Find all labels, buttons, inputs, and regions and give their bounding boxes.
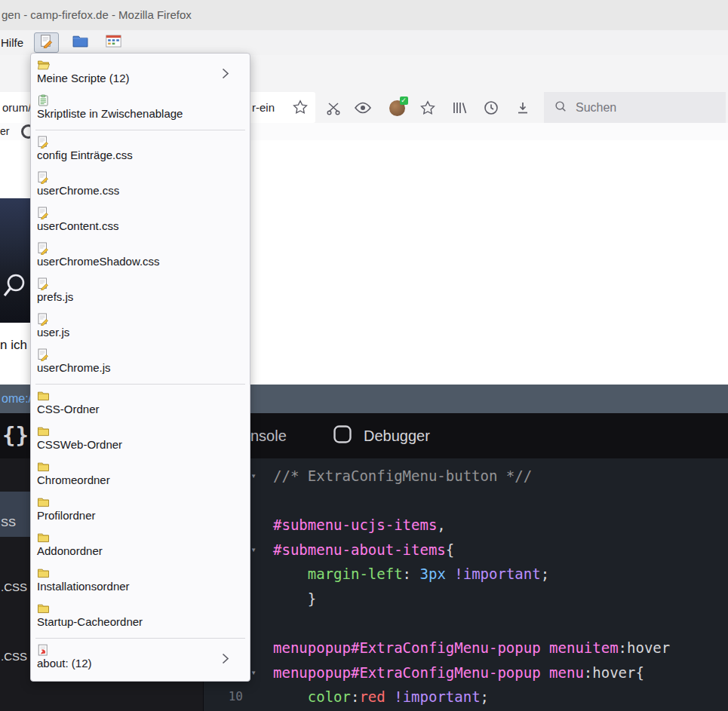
search-bar[interactable] bbox=[544, 92, 726, 123]
menu-item-prefs-js[interactable]: prefs.js bbox=[31, 274, 250, 310]
library-icon[interactable] bbox=[450, 98, 469, 118]
menu-item-installationsordner[interactable]: Installationsordner bbox=[31, 564, 250, 599]
code-token: } bbox=[273, 590, 316, 607]
code-text[interactable]: #submenu-about-items{ bbox=[264, 538, 454, 562]
code-text[interactable]: menupopup#ExtraConfigMenu-popup menuitem… bbox=[264, 636, 670, 660]
code-token bbox=[446, 565, 454, 582]
source-name-fragment[interactable]: .CSS bbox=[1, 581, 27, 593]
page-image bbox=[0, 198, 30, 323]
menu-item-label: user.js bbox=[37, 326, 69, 339]
menubar-item-help[interactable]: Hilfe bbox=[0, 30, 28, 55]
menu-item-usercontent-css[interactable]: userContent.css bbox=[31, 204, 250, 239]
code-text[interactable] bbox=[264, 611, 273, 636]
tab-debugger-label: Debugger bbox=[364, 428, 430, 445]
menu-item-addonordner[interactable]: Addonordner bbox=[31, 529, 250, 564]
menu-item-label: config Einträge.css bbox=[37, 149, 133, 161]
menu-item-userchrome-css[interactable]: userChrome.css bbox=[31, 168, 250, 204]
page-text-fragment: n ich bbox=[0, 338, 27, 353]
folder-icon bbox=[37, 567, 50, 580]
debugger-icon bbox=[332, 424, 353, 449]
downloads-icon[interactable] bbox=[513, 98, 533, 118]
submenu-chevron-icon bbox=[222, 653, 229, 664]
scissors-icon[interactable] bbox=[324, 98, 343, 118]
history-icon[interactable] bbox=[481, 98, 501, 118]
menu-item-about-12[interactable]: about: (12) bbox=[31, 641, 250, 676]
code-token: color bbox=[308, 688, 351, 705]
menu-item-label: prefs.js bbox=[37, 290, 73, 303]
search-icon bbox=[554, 100, 567, 116]
eye-icon[interactable] bbox=[353, 98, 373, 118]
bookmark-star-icon[interactable] bbox=[293, 100, 308, 118]
code-line: 1▾//* ExtraConfigMenu-button *// bbox=[204, 464, 728, 489]
code-token: : bbox=[403, 565, 420, 582]
code-line: 7 bbox=[204, 611, 728, 636]
extraconfig-menu-button[interactable] bbox=[34, 32, 59, 53]
code-line: 3#submenu-ucjs-items, bbox=[204, 513, 728, 538]
tab-debugger[interactable]: Debugger bbox=[332, 413, 430, 458]
menu-item-label: userChromeShadow.css bbox=[37, 255, 160, 268]
code-token: menupopup#ExtraConfigMenu-popup bbox=[273, 639, 541, 656]
folder-open-icon bbox=[37, 59, 50, 72]
menu-item-label: userChrome.css bbox=[37, 184, 119, 197]
fold-gutter bbox=[243, 685, 264, 709]
search-input[interactable] bbox=[574, 100, 698, 115]
code-text[interactable]: } bbox=[264, 587, 316, 611]
menu-item-label: CSS-Ordner bbox=[37, 403, 100, 415]
source-name-fragment[interactable]: .CSS bbox=[1, 650, 27, 663]
folder-icon bbox=[37, 602, 50, 615]
menu-item-label: Addonordner bbox=[37, 544, 103, 557]
menu-item-profilordner[interactable]: Profilordner bbox=[31, 493, 250, 529]
menu-item-label: Startup-Cacheordner bbox=[37, 615, 143, 628]
menu-item-userchromeshadow-css[interactable]: userChromeShadow.css bbox=[31, 239, 250, 274]
folder-icon bbox=[37, 425, 50, 438]
folder-toolbar-button[interactable] bbox=[68, 32, 93, 53]
code-text[interactable]: #submenu-ucjs-items, bbox=[264, 513, 446, 538]
star-icon[interactable] bbox=[418, 98, 438, 118]
tab-console[interactable]: nsole bbox=[250, 413, 287, 458]
menu-item-label: Profilordner bbox=[37, 509, 96, 522]
source-name-fragment[interactable]: SS bbox=[1, 516, 16, 529]
avatar-extension-icon[interactable]: ✓ bbox=[387, 98, 407, 118]
menu-item-config-eintr-ge-css[interactable]: config Einträge.css bbox=[31, 133, 250, 168]
code-token bbox=[386, 688, 394, 705]
menu-item-userchrome-js[interactable]: userChrome.js bbox=[31, 345, 250, 381]
grid-toolbar-button[interactable] bbox=[101, 32, 126, 53]
code-token: ; bbox=[541, 565, 549, 582]
code-editor[interactable]: 1▾//* ExtraConfigMenu-button *//23#subme… bbox=[204, 458, 728, 711]
code-token: #submenu-ucjs-items bbox=[273, 516, 437, 533]
menu-item-label: Chromeordner bbox=[37, 473, 110, 486]
code-text[interactable]: //* ExtraConfigMenu-button *// bbox=[264, 464, 532, 489]
code-line: 10 color:red !important; bbox=[204, 685, 728, 709]
code-text[interactable]: color:red !important; bbox=[264, 685, 489, 709]
url-text-right: r-ein bbox=[252, 92, 275, 123]
code-token: : bbox=[351, 688, 359, 705]
code-token: //* ExtraConfigMenu-button *// bbox=[273, 467, 532, 484]
menu-item-startup-cacheordner[interactable]: Startup-Cacheordner bbox=[31, 599, 250, 635]
code-token: 3px bbox=[420, 565, 446, 582]
menu-item-label: Meine Scripte (12) bbox=[37, 72, 130, 84]
menu-item-cssweb-ordner[interactable]: CSSWeb-Ordner bbox=[31, 422, 250, 458]
folder-icon bbox=[37, 532, 50, 544]
bookmark-item-fragment[interactable]: er bbox=[0, 123, 9, 140]
code-token: :hover bbox=[619, 639, 671, 656]
code-line: 2 bbox=[204, 489, 728, 513]
menu-item-chromeordner[interactable]: Chromeordner bbox=[31, 458, 250, 493]
menu-separator bbox=[35, 130, 245, 130]
file-edit-icon bbox=[37, 313, 50, 326]
menu-item-css-ordner[interactable]: CSS-Ordner bbox=[31, 387, 250, 422]
menu-item-label: userContent.css bbox=[37, 219, 118, 232]
style-editor-braces-icon[interactable]: {} bbox=[2, 413, 29, 457]
code-text[interactable]: menupopup#ExtraConfigMenu-popup menu:hov… bbox=[264, 660, 644, 685]
menu-item-user-js[interactable]: user.js bbox=[31, 310, 250, 345]
code-token: menu bbox=[549, 664, 584, 681]
avatar: ✓ bbox=[389, 100, 405, 116]
code-text[interactable] bbox=[264, 489, 273, 513]
menu-item-label: CSSWeb-Ordner bbox=[37, 438, 122, 451]
code-token: menupopup#ExtraConfigMenu-popup bbox=[273, 664, 541, 681]
line-number[interactable]: 10 bbox=[204, 685, 243, 709]
menu-item-skriptliste-in-zwischenablage[interactable]: Skriptliste in Zwischenablage bbox=[31, 91, 250, 127]
menu-item-meine-scripte-12[interactable]: Meine Scripte (12) bbox=[31, 56, 250, 91]
code-text[interactable]: margin-left: 3px !important; bbox=[264, 562, 549, 587]
code-line: 5 margin-left: 3px !important; bbox=[204, 562, 728, 587]
code-token: red bbox=[359, 688, 385, 705]
